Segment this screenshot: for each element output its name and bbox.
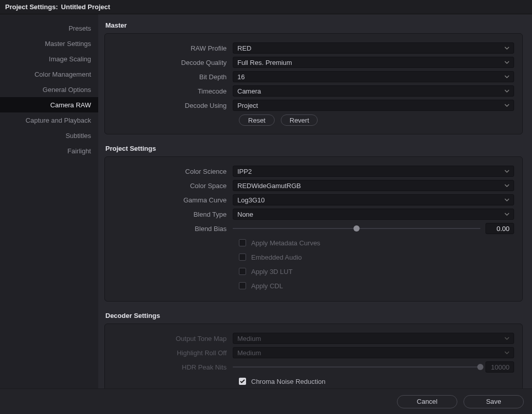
slider-blend-bias[interactable]	[233, 223, 480, 234]
dropdown-output-tone-map: Medium	[233, 333, 514, 344]
slider-knob	[477, 364, 483, 370]
slider-hdr-peak-nits	[233, 362, 480, 372]
label-decode-quality: Decode Quality	[113, 59, 233, 66]
chevron-down-icon	[504, 75, 509, 78]
label-gamma-curve: Gamma Curve	[113, 196, 233, 204]
label-decode-using: Decode Using	[113, 102, 233, 109]
label-timecode: Timecode	[113, 87, 233, 95]
checkbox-apply-cdl[interactable]	[239, 282, 246, 289]
label-raw-profile: RAW Profile	[113, 44, 233, 52]
dropdown-decode-quality[interactable]: Full Res. Premium	[233, 57, 514, 68]
numbox-hdr-peak-nits: 10000	[485, 361, 514, 373]
dropdown-color-space[interactable]: REDWideGamutRGB	[233, 180, 514, 191]
settings-sidebar: Presets Master Settings Image Scaling Co…	[0, 14, 98, 388]
save-button[interactable]: Save	[463, 395, 524, 408]
chevron-down-icon	[504, 61, 509, 64]
label-blend-type: Blend Type	[113, 211, 233, 218]
section-title-master: Master	[105, 21, 523, 29]
revert-button[interactable]: Revert	[281, 114, 318, 126]
chevron-down-icon	[504, 104, 509, 107]
label-blend-bias: Blend Bias	[113, 225, 233, 233]
section-title-decoder: Decoder Settings	[105, 312, 523, 319]
sidebar-item-presets[interactable]: Presets	[0, 20, 98, 36]
cancel-button[interactable]: Cancel	[397, 395, 457, 408]
chevron-down-icon	[504, 89, 509, 93]
sidebar-item-fairlight[interactable]: Fairlight	[0, 143, 98, 158]
checkbox-label: Apply 3D LUT	[251, 268, 293, 275]
scroll-area[interactable]: Master RAW Profile RED Decode Quality	[104, 14, 527, 388]
dropdown-timecode[interactable]: Camera	[233, 85, 514, 97]
checkbox-label: Apply CDL	[251, 282, 283, 290]
sidebar-item-camera-raw[interactable]: Camera RAW	[0, 97, 98, 112]
sidebar-item-image-scaling[interactable]: Image Scaling	[0, 51, 98, 66]
dropdown-highlight-roll-off: Medium	[233, 347, 514, 358]
panel-master: RAW Profile RED Decode Quality Full Res.…	[104, 33, 523, 134]
slider-knob[interactable]	[353, 225, 360, 232]
checkbox-embedded-audio[interactable]	[239, 254, 246, 261]
chevron-down-icon	[504, 170, 509, 173]
checkbox-apply-3d-lut[interactable]	[239, 268, 246, 275]
dropdown-blend-type[interactable]: None	[233, 209, 514, 220]
chevron-down-icon	[504, 351, 509, 354]
dropdown-gamma-curve[interactable]: Log3G10	[233, 194, 514, 205]
checkbox-label: Apply Metadata Curves	[251, 239, 320, 247]
dropdown-color-science[interactable]: IPP2	[233, 166, 514, 177]
sidebar-item-subtitles[interactable]: Subtitles	[0, 128, 98, 143]
sidebar-item-master-settings[interactable]: Master Settings	[0, 36, 98, 51]
content-area: Master RAW Profile RED Decode Quality	[98, 14, 532, 388]
label-highlight-roll-off: Highlight Roll Off	[113, 349, 233, 357]
sidebar-item-capture-playback[interactable]: Capture and Playback	[0, 112, 98, 128]
sidebar-item-general-options[interactable]: General Options	[0, 82, 98, 97]
dropdown-decode-using[interactable]: Project	[233, 100, 514, 111]
panel-decoder: Output Tone Map Medium Highlight Roll Of…	[104, 324, 523, 388]
checkbox-label: Embedded Audio	[251, 254, 302, 261]
chevron-down-icon	[504, 184, 509, 187]
chevron-down-icon	[504, 47, 509, 50]
panel-project: Color Science IPP2 Color Space REDWideGa…	[104, 156, 523, 302]
chevron-down-icon	[504, 213, 509, 216]
main-area: Presets Master Settings Image Scaling Co…	[0, 14, 532, 388]
dialog-footer: Cancel Save	[0, 388, 532, 414]
label-bit-depth: Bit Depth	[113, 73, 233, 81]
window-titlebar: Project Settings: Untitled Project	[0, 0, 532, 14]
reset-button[interactable]: Reset	[239, 114, 275, 126]
chevron-down-icon	[504, 337, 509, 340]
chevron-down-icon	[504, 198, 509, 201]
dropdown-raw-profile[interactable]: RED	[233, 42, 514, 54]
checkbox-chroma-noise-reduction[interactable]	[239, 378, 246, 385]
checkbox-label: Chroma Noise Reduction	[251, 378, 325, 385]
checkbox-apply-metadata-curves[interactable]	[239, 239, 246, 246]
numbox-blend-bias[interactable]: 0.00	[485, 223, 514, 234]
sidebar-item-color-management[interactable]: Color Management	[0, 66, 98, 82]
title-project: Untitled Project	[61, 3, 110, 11]
dropdown-bit-depth[interactable]: 16	[233, 71, 514, 82]
section-title-project: Project Settings	[105, 145, 523, 152]
label-output-tone-map: Output Tone Map	[113, 335, 233, 342]
title-prefix: Project Settings:	[5, 3, 58, 11]
label-hdr-peak-nits: HDR Peak Nits	[113, 363, 233, 371]
label-color-space: Color Space	[113, 182, 233, 190]
label-color-science: Color Science	[113, 168, 233, 175]
